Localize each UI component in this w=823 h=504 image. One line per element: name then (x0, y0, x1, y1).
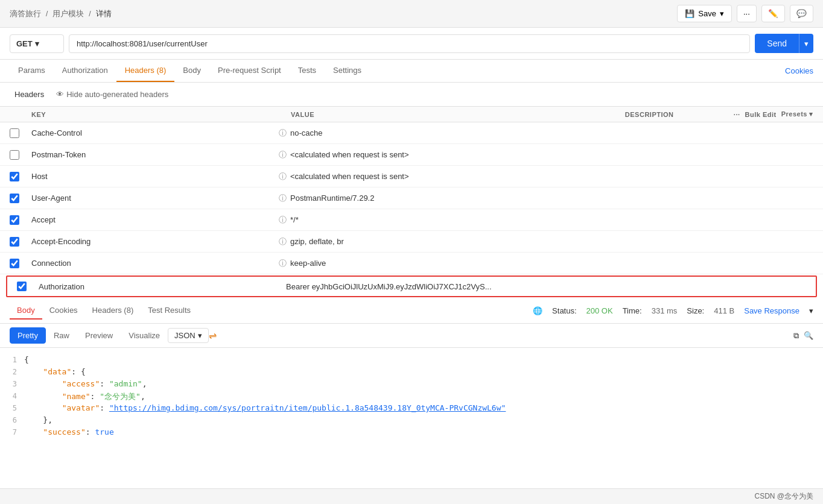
breadcrumb-divider-2: / (89, 10, 91, 18)
cookies-link[interactable]: Cookies (785, 66, 813, 75)
more-options-button[interactable]: ··· (737, 5, 757, 22)
tab-authorization[interactable]: Authorization (54, 60, 116, 82)
copy-icon[interactable]: ⧉ (793, 331, 799, 341)
resp-tab-body[interactable]: Body (10, 302, 42, 320)
tab-body[interactable]: Body (174, 60, 209, 82)
status-value: 200 OK (586, 306, 613, 315)
save-button[interactable]: 💾 Save ▾ (677, 5, 732, 22)
sub-tabs: Headers 👁 Hide auto-generated headers (0, 83, 823, 107)
json-format-dropdown-icon: ▾ (198, 331, 202, 340)
resp-tab-headers[interactable]: Headers (8) (85, 302, 141, 320)
fmt-tab-visualize[interactable]: Visualize (121, 327, 168, 344)
response-bar: Body Cookies Headers (8) Test Results 🌐 … (0, 298, 823, 324)
header-checkbox-6[interactable] (10, 259, 19, 268)
sub-tab-headers[interactable]: Headers (10, 87, 49, 101)
search-icon[interactable]: 🔍 (804, 331, 813, 340)
save-dropdown-icon: ▾ (720, 9, 724, 18)
header-value-text-0: no-cache (290, 128, 322, 137)
breadcrumb-item-1: 滴答旅行 (10, 8, 41, 19)
table-header-row: KEY VALUE DESCRIPTION ··· Bulk Edit Pres… (0, 107, 823, 122)
format-right-actions: ⧉ 🔍 (793, 331, 813, 341)
code-line-2: 2 "data": { (0, 367, 823, 379)
tab-settings[interactable]: Settings (325, 60, 370, 82)
more-actions-icon[interactable]: ··· (734, 111, 740, 118)
header-checkbox-7[interactable] (17, 282, 27, 291)
col-value-header: VALUE (291, 111, 625, 118)
header-checkbox-4[interactable] (10, 215, 19, 225)
fmt-tab-raw[interactable]: Raw (46, 327, 77, 344)
bulk-edit-label[interactable]: Bulk Edit (745, 111, 777, 118)
table-row-0: Cache-Controlⓘno-cache (0, 122, 823, 144)
header-checkbox-5[interactable] (10, 237, 19, 247)
url-input[interactable] (69, 34, 750, 53)
status-info: 🌐 Status: 200 OK Time: 331 ms Size: 411 … (533, 306, 813, 315)
tabs-bar: Params Authorization Headers (8) Body Pr… (0, 60, 823, 83)
header-value-cell-6: ⓘkeep-alive (279, 258, 813, 269)
header-checkbox-3[interactable] (10, 194, 19, 203)
status-label: Status: (552, 306, 576, 315)
header-value-cell-3: ⓘPostmanRuntime/7.29.2 (279, 193, 813, 204)
json-format-select[interactable]: JSON ▾ (168, 328, 209, 343)
table-row-6: Connectionⓘkeep-alive (0, 253, 823, 274)
header-key-4: Accept (31, 215, 279, 224)
resp-tab-cookies[interactable]: Cookies (42, 302, 85, 320)
fmt-tab-pretty[interactable]: Pretty (10, 327, 46, 344)
header-checkbox-0[interactable] (10, 128, 19, 138)
tab-headers[interactable]: Headers (8) (116, 60, 175, 82)
send-button[interactable]: Send (755, 34, 799, 53)
info-icon-1[interactable]: ⓘ (279, 150, 287, 160)
header-key-1: Postman-Token (31, 150, 279, 159)
send-dropdown-button[interactable]: ▾ (799, 34, 813, 53)
header-checkbox-2[interactable] (10, 172, 19, 181)
table-row-3: User-AgentⓘPostmanRuntime/7.29.2 (0, 187, 823, 209)
breadcrumb-item-3: 详情 (96, 8, 112, 19)
wrap-button[interactable]: ⇌ (209, 330, 217, 341)
header-value-cell-7: Bearer eyJhbGciOiJlUzUxMiJ9.eyJzdWliOiJ7… (286, 282, 806, 291)
presets-label[interactable]: Presets ▾ (781, 110, 813, 118)
header-key-3: User-Agent (31, 194, 279, 203)
col-desc-header: DESCRIPTION (625, 111, 734, 118)
code-line-4: 4 "name": "念兮为美", (0, 391, 823, 403)
method-selector[interactable]: GET ▾ (10, 34, 64, 53)
info-icon-3[interactable]: ⓘ (279, 193, 287, 204)
header-value-cell-0: ⓘno-cache (279, 128, 813, 139)
info-icon-0[interactable]: ⓘ (279, 128, 287, 139)
fmt-tab-preview[interactable]: Preview (77, 327, 121, 344)
header-key-6: Connection (31, 259, 279, 268)
tab-tests[interactable]: Tests (290, 60, 325, 82)
info-icon-6[interactable]: ⓘ (279, 258, 287, 269)
info-icon-4[interactable]: ⓘ (279, 215, 287, 225)
info-icon-2[interactable]: ⓘ (279, 171, 287, 182)
table-row-7: AuthorizationBearer eyJhbGciOiJlUzUxMiJ9… (6, 276, 817, 297)
breadcrumb-divider-1: / (46, 10, 48, 18)
send-group: Send ▾ (755, 34, 813, 53)
edit-icon-button[interactable]: ✏️ (761, 5, 785, 22)
code-line-1: 1 { (0, 355, 823, 367)
tab-prerequest[interactable]: Pre-request Script (209, 60, 290, 82)
save-response-arrow[interactable]: ▾ (809, 306, 813, 315)
header-value-text-3: PostmanRuntime/7.29.2 (290, 194, 374, 203)
header-value-text-4: */* (290, 215, 299, 224)
info-icon-5[interactable]: ⓘ (279, 236, 287, 247)
save-icon: 💾 (685, 9, 694, 18)
chat-icon-button[interactable]: 💬 (790, 5, 813, 22)
resp-tab-test-results[interactable]: Test Results (141, 302, 198, 320)
table-row-1: Postman-Tokenⓘ<calculated when request i… (0, 144, 823, 166)
header-checkbox-1[interactable] (10, 150, 19, 160)
hide-auto-headers-button[interactable]: 👁 Hide auto-generated headers (51, 87, 173, 101)
header-value-text-6: keep-alive (290, 259, 326, 268)
format-tabs: Pretty Raw Preview Visualize JSON ▾ ⇌ (10, 327, 217, 344)
header-key-5: Accept-Encoding (31, 237, 279, 246)
header-key-7: Authorization (39, 282, 286, 291)
header-value-text-2: <calculated when request is sent> (290, 172, 409, 181)
col-key-header: KEY (31, 111, 291, 118)
header-value-text-1: <calculated when request is sent> (290, 150, 409, 159)
header-key-0: Cache-Control (31, 128, 279, 137)
save-response-button[interactable]: Save Response (744, 306, 799, 315)
globe-icon: 🌐 (533, 306, 542, 315)
tab-params[interactable]: Params (10, 60, 54, 82)
code-area: 1 { 2 "data": { 3 "access": "admin", 4 "… (0, 348, 823, 447)
header-value-cell-2: ⓘ<calculated when request is sent> (279, 171, 813, 182)
col-actions-header: ··· Bulk Edit Presets ▾ (734, 110, 813, 118)
method-label: GET (16, 39, 33, 48)
